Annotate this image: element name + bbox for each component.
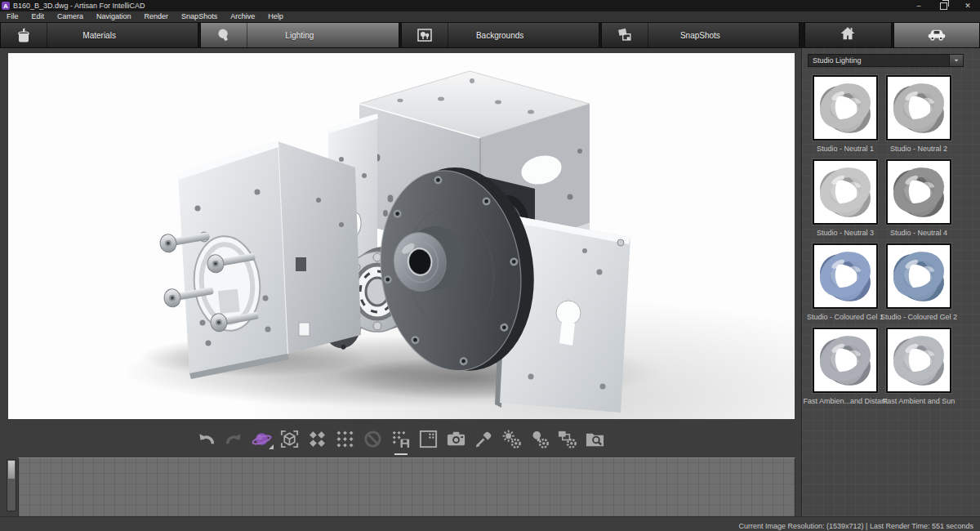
paint-can-icon: [1, 23, 47, 47]
redo-icon[interactable]: [224, 428, 245, 449]
lighting-preset-label: Studio - Neutral 2: [890, 145, 947, 153]
lighting-preset-thumbnail[interactable]: [886, 328, 951, 393]
tab-snapshots[interactable]: SnapShots: [601, 22, 800, 48]
lighting-preset-5[interactable]: Studio - Coloured Gel 1: [812, 243, 879, 321]
maximize-button[interactable]: [931, 0, 956, 11]
window-title: B160_B_3D.dwg - Artisan For IntelliCAD: [13, 2, 145, 10]
minimize-button[interactable]: –: [906, 0, 931, 11]
lighting-preset-label: Studio - Neutral 3: [817, 229, 874, 237]
lighting-preset-dropdown[interactable]: Studio Lighting: [808, 54, 964, 67]
tab-label: Backgrounds: [476, 31, 523, 40]
render-dot-grid-icon[interactable]: [335, 428, 356, 449]
lighting-preset-thumbnail[interactable]: [813, 243, 878, 309]
render-cancel-icon[interactable]: [363, 428, 384, 449]
lamp-settings-icon[interactable]: [529, 428, 550, 449]
save-render-icon[interactable]: [390, 428, 412, 449]
tab-backgrounds[interactable]: Backgrounds: [401, 22, 599, 48]
lighting-sidebar: Studio Lighting Studio - Neutral 1Studio…: [801, 48, 980, 516]
lighting-preset-label: Studio - Coloured Gel 1: [807, 313, 884, 321]
lighting-preset-thumbnail[interactable]: [886, 159, 951, 225]
lighting-preset-label: Studio - Neutral 1: [817, 145, 874, 153]
window-controls: – ✕: [906, 0, 980, 11]
menu-snapshots[interactable]: SnapShots: [175, 11, 224, 22]
lighting-preset-2[interactable]: Studio - Neutral 2: [885, 75, 952, 153]
render-viewport[interactable]: [8, 53, 795, 419]
lighting-preset-4[interactable]: Studio - Neutral 4: [885, 159, 952, 237]
image-size-icon[interactable]: [418, 428, 439, 449]
close-button[interactable]: ✕: [956, 0, 980, 11]
strip-scrollbar[interactable]: [7, 459, 16, 511]
lighting-preset-thumbnail[interactable]: [886, 75, 951, 141]
strip-scrollbar-thumb[interactable]: [8, 461, 15, 479]
menubar: FileEditCameraNavigationRenderSnapShotsA…: [0, 11, 980, 23]
menu-file[interactable]: File: [0, 11, 25, 22]
lighting-preset-label: Studio - Neutral 4: [890, 229, 947, 237]
snapshot-filmstrip[interactable]: [18, 457, 795, 517]
lighting-preset-label: Studio - Coloured Gel 2: [880, 313, 957, 321]
lighting-preset-thumbnail[interactable]: [813, 75, 878, 141]
statusbar: Current Image Resolution: (1539x712) | L…: [0, 516, 980, 531]
maximize-icon: [940, 2, 947, 10]
tab-label: SnapShots: [680, 31, 720, 40]
home-icon: [838, 25, 858, 46]
dropdown-value: Studio Lighting: [808, 56, 949, 65]
tab-label: Materials: [82, 31, 116, 40]
lighting-preset-1[interactable]: Studio - Neutral 1: [812, 75, 879, 153]
render-image: [8, 53, 795, 419]
lighting-thumbnail-grid: Studio - Neutral 1Studio - Neutral 2Stud…: [812, 75, 952, 405]
browse-renders-icon[interactable]: [585, 428, 606, 449]
menu-archive[interactable]: Archive: [224, 11, 261, 22]
lighting-preset-8[interactable]: Fast Ambient and Sun: [885, 328, 952, 405]
lighting-preset-thumbnail[interactable]: [886, 243, 951, 309]
titlebar: A B160_B_3D.dwg - Artisan For IntelliCAD…: [0, 0, 980, 11]
artisan-logo-icon: A: [2, 2, 10, 10]
landscape-image-icon: [402, 23, 448, 47]
ribbon-tab-bar: MaterialsLightingBackgroundsSnapShots: [0, 22, 980, 48]
lighting-preset-3[interactable]: Studio - Neutral 3: [812, 159, 879, 237]
vehicle-button[interactable]: [893, 22, 980, 48]
ribbon-corner-buttons: [804, 22, 980, 48]
eyedropper-icon[interactable]: [474, 428, 495, 449]
lighting-preset-label: Fast Ambient and Sun: [883, 397, 956, 405]
undo-icon[interactable]: [196, 428, 217, 449]
scene-settings-icon[interactable]: [557, 428, 578, 449]
photo-stack-icon: [602, 23, 648, 47]
render-diamonds-icon[interactable]: [307, 428, 328, 449]
home-button[interactable]: [804, 22, 892, 48]
ribbon-tabs: MaterialsLightingBackgroundsSnapShots: [0, 22, 800, 48]
lighting-preset-7[interactable]: Fast Ambien...and Distant: [812, 328, 879, 405]
car-icon: [927, 25, 947, 46]
light-bulb-icon: [201, 23, 247, 47]
tab-lighting[interactable]: Lighting: [200, 22, 399, 48]
menu-render[interactable]: Render: [138, 11, 176, 22]
lighting-preset-label: Fast Ambien...and Distant: [803, 397, 887, 405]
lighting-preset-thumbnail[interactable]: [813, 328, 878, 393]
render-region-cube-icon[interactable]: [279, 428, 301, 449]
status-text: Current Image Resolution: (1539x712) | L…: [739, 522, 980, 530]
chevron-down-icon[interactable]: [949, 55, 963, 66]
menu-navigation[interactable]: Navigation: [90, 11, 138, 22]
lighting-preset-6[interactable]: Studio - Coloured Gel 2: [885, 243, 952, 321]
lighting-preset-thumbnail[interactable]: [813, 159, 878, 225]
render-planet-icon[interactable]: [252, 428, 273, 449]
render-toolbar: [0, 422, 801, 456]
tab-materials[interactable]: Materials: [0, 22, 198, 48]
snapshot-camera-icon[interactable]: [446, 428, 467, 449]
menu-camera[interactable]: Camera: [51, 11, 90, 22]
menu-edit[interactable]: Edit: [25, 11, 51, 22]
menu-help[interactable]: Help: [261, 11, 290, 22]
sun-settings-icon[interactable]: [501, 428, 523, 449]
tab-label: Lighting: [285, 31, 314, 40]
